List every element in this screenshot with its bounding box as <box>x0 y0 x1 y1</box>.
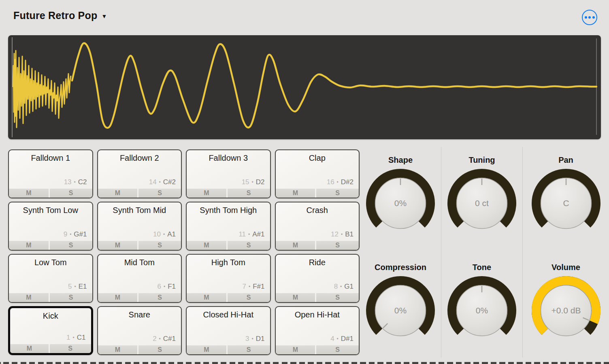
pad-closed-hi-hat[interactable]: Closed Hi-Hat 3 • D1 M S <box>186 306 271 355</box>
tuning-knob[interactable]: 0 ct <box>445 167 518 240</box>
compression-knob[interactable]: 0% <box>364 274 437 347</box>
knob-value: 0 ct <box>475 198 489 208</box>
pad-mid-tom[interactable]: Mid Tom 6 • F1 M S <box>97 254 182 303</box>
knob-label: Tuning <box>468 155 495 165</box>
solo-button[interactable]: S <box>316 345 359 354</box>
mute-button[interactable]: M <box>9 293 49 302</box>
more-options-button[interactable] <box>582 10 597 25</box>
pad-ride[interactable]: Ride 8 • G1 M S <box>275 254 360 303</box>
knob-cell-tone: Tone 0% <box>441 254 522 358</box>
solo-button[interactable]: S <box>50 241 92 250</box>
mute-button[interactable]: M <box>187 189 226 198</box>
mute-button[interactable]: M <box>98 241 138 250</box>
pad-name: Falldown 2 <box>98 153 181 163</box>
pad-high-tom[interactable]: High Tom 7 • F#1 M S <box>186 254 271 303</box>
mute-solo-strip: M S <box>98 189 181 198</box>
mute-solo-strip: M S <box>9 189 92 198</box>
pad-name: Synth Tom High <box>187 206 270 215</box>
bullet-separator-icon: • <box>341 232 343 237</box>
knob-value: +0.0 dB <box>551 306 581 315</box>
solo-button[interactable]: S <box>228 189 270 198</box>
bullet-separator-icon: • <box>252 336 253 342</box>
bullet-separator-icon: • <box>249 284 250 289</box>
pad-number: 10 <box>153 230 161 238</box>
mute-button[interactable]: M <box>276 241 315 250</box>
knob-cell-tuning: Tuning 0 ct <box>441 147 522 254</box>
solo-button[interactable]: S <box>316 189 359 198</box>
pad-note: F1 <box>168 283 176 291</box>
solo-button[interactable]: S <box>138 189 181 198</box>
mute-button[interactable]: M <box>98 345 138 354</box>
pad-number: 6 <box>157 283 161 291</box>
pad-note: A#1 <box>252 230 264 238</box>
mute-button[interactable]: M <box>187 293 226 302</box>
mute-button[interactable]: M <box>9 189 49 198</box>
bullet-separator-icon: • <box>337 336 339 342</box>
pad-clap[interactable]: Clap 16 • D#2 M S <box>275 149 360 198</box>
mute-button[interactable]: M <box>276 293 315 302</box>
bullet-separator-icon: • <box>75 284 76 289</box>
pad-note: G#1 <box>74 230 87 238</box>
solo-button[interactable]: S <box>228 293 270 302</box>
pad-falldown-2[interactable]: Falldown 2 14 • C#2 M S <box>97 149 182 198</box>
pad-key-assignment: 7 • F#1 <box>243 283 265 291</box>
pad-key-assignment: 15 • D2 <box>242 178 265 186</box>
pad-synth-tom-high[interactable]: Synth Tom High 11 • A#1 M S <box>186 202 271 251</box>
pad-kick[interactable]: Kick 1 • C1 M S <box>8 306 93 355</box>
knob-panel: Shape 0% Tuning 0 ct Pan C Compression <box>360 147 609 358</box>
knob-cell-volume: Volume +0.0 dB <box>522 254 609 358</box>
solo-button[interactable]: S <box>228 241 270 250</box>
tone-knob[interactable]: 0% <box>445 274 518 347</box>
mute-button[interactable]: M <box>9 241 49 250</box>
pad-falldown-1[interactable]: Falldown 1 13 • C2 M S <box>8 149 93 198</box>
pad-note: B1 <box>345 230 353 238</box>
pad-name: Falldown 1 <box>9 153 92 163</box>
mute-button[interactable]: M <box>187 345 226 354</box>
preset-selector[interactable]: Future Retro Pop ▼ <box>13 10 107 21</box>
mute-button[interactable]: M <box>98 293 138 302</box>
solo-button[interactable]: S <box>50 189 92 198</box>
pad-open-hi-hat[interactable]: Open Hi-Hat 4 • D#1 M S <box>275 306 360 355</box>
volume-knob[interactable]: +0.0 dB <box>530 274 603 347</box>
pad-crash[interactable]: Crash 12 • B1 M S <box>275 202 360 251</box>
bullet-separator-icon: • <box>248 232 250 237</box>
solo-button[interactable]: S <box>138 241 181 250</box>
ellipsis-icon <box>585 16 595 19</box>
cutoff-keyboard-strip <box>0 362 609 364</box>
bullet-separator-icon: • <box>252 179 253 185</box>
mute-button[interactable]: M <box>98 189 138 198</box>
pad-snare[interactable]: Snare 2 • C#1 M S <box>97 306 182 355</box>
solo-button[interactable]: S <box>316 241 359 250</box>
pad-name: Snare <box>98 310 181 319</box>
shape-knob[interactable]: 0% <box>364 167 437 240</box>
pad-note: C1 <box>77 334 86 342</box>
pad-number: 11 <box>238 230 246 238</box>
solo-button[interactable]: S <box>138 293 181 302</box>
pad-low-tom[interactable]: Low Tom 5 • E1 M S <box>8 254 93 303</box>
mute-button[interactable]: M <box>187 241 226 250</box>
pad-note: D#1 <box>341 335 353 343</box>
solo-button[interactable]: S <box>50 344 91 353</box>
mute-button[interactable]: M <box>10 344 49 353</box>
mute-button[interactable]: M <box>276 345 315 354</box>
mute-solo-strip: M S <box>276 345 359 354</box>
mute-button[interactable]: M <box>276 189 315 198</box>
knob-label: Volume <box>552 263 580 272</box>
mute-solo-strip: M S <box>187 241 270 250</box>
pad-name: Open Hi-Hat <box>276 310 359 319</box>
pad-synth-tom-mid[interactable]: Synth Tom Mid 10 • A1 M S <box>97 202 182 251</box>
solo-button[interactable]: S <box>228 345 270 354</box>
pad-number: 2 <box>153 335 156 343</box>
waveform-attack-noise <box>13 51 71 128</box>
solo-button[interactable]: S <box>50 293 92 302</box>
solo-button[interactable]: S <box>316 293 359 302</box>
pad-falldown-3[interactable]: Falldown 3 15 • D2 M S <box>186 149 271 198</box>
bullet-separator-icon: • <box>73 335 75 341</box>
mute-solo-strip: M S <box>187 189 270 198</box>
pan-knob[interactable]: C <box>530 167 603 240</box>
pad-note: D1 <box>256 335 265 343</box>
pad-name: Closed Hi-Hat <box>187 310 270 319</box>
solo-button[interactable]: S <box>138 345 181 354</box>
mute-solo-strip: M S <box>187 293 270 302</box>
pad-synth-tom-low[interactable]: Synth Tom Low 9 • G#1 M S <box>8 202 93 251</box>
